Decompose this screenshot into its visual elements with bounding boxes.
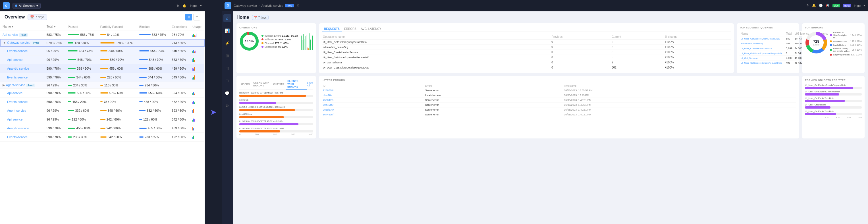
child-service-name[interactable]: Analytic-service: [3, 67, 29, 70]
table-row[interactable]: Events-service 590 / 78% 344 / 60% 228 /…: [0, 73, 204, 82]
top-avg-card: TOP AVG OBJECTS PER TYPE UI_User_GetExpl…: [802, 76, 865, 138]
client-bar-label: unknown: [239, 99, 313, 101]
sidebar-chart-icon[interactable]: 📊: [223, 27, 231, 35]
table-row[interactable]: Api-service 590 / 78% 556 / 60% 576 / 60…: [0, 89, 204, 97]
error-row[interactable]: 1256778tServer error06/08/2023, 15:55:57…: [322, 88, 796, 93]
blocked-label: Blocked: [265, 42, 274, 44]
child-service-name[interactable]: Api-service: [3, 91, 23, 95]
request-row[interactable]: UI_User_GetExploreQueryDetailsData02+100…: [322, 39, 731, 44]
sidebar-box-icon[interactable]: □: [223, 77, 231, 85]
child-service-name[interactable]: Events-service: [3, 100, 28, 103]
bell-icon[interactable]: 🔔: [812, 4, 816, 7]
beta-badge: Beta: [843, 4, 851, 7]
table-row[interactable]: Api-service 96 / 29% 548 / 70% 580 / 70%…: [0, 56, 204, 64]
calendar-icon: 📅: [254, 16, 257, 19]
ctab-users-errors[interactable]: USERS WITH ERRORS: [251, 81, 272, 88]
child-service-name[interactable]: Analytic-service: [3, 127, 29, 130]
right-user-name: Inigo: [854, 4, 861, 7]
service-selector[interactable]: All Services ▾: [12, 3, 41, 9]
home-title: Home: [237, 15, 249, 20]
request-row[interactable]: adminView_deleteOrg03+100%: [322, 44, 731, 50]
right-sidebar: ⌂ 📊 ⚡ ⊞ ◫ □ 💬 ⚙: [222, 11, 233, 224]
ctab-clients[interactable]: CLIENTS: [272, 82, 286, 87]
breadcrumb-separator: ›: [259, 4, 260, 7]
overview-table-container: Name ▾ Total ▾ Passed Partially Passed B…: [0, 23, 205, 224]
request-row[interactable]: UI_Get_Schema09+100%: [322, 60, 731, 65]
sidebar-gear-icon[interactable]: ⚙: [223, 102, 231, 110]
show-all-link[interactable]: Show All: [307, 81, 313, 87]
prod-badge: Prod: [32, 41, 40, 44]
tab-errors[interactable]: ERRORS: [342, 26, 359, 32]
notification-icon[interactable]: 📢: [826, 4, 830, 7]
selector-dot: [15, 5, 17, 7]
child-service-name[interactable]: Events-service: [3, 135, 28, 139]
child-service-name[interactable]: Agent-service: [3, 109, 26, 112]
user-chevron-icon[interactable]: ▾: [864, 4, 865, 7]
top-slowest-card: TOP SLOWEST QUERIES Name Total p95 laten…: [737, 23, 799, 73]
service-name[interactable]: Api-service: [3, 33, 18, 36]
tab-requests[interactable]: REQUESTS: [322, 26, 342, 32]
settings-icon[interactable]: ⚙: [297, 4, 300, 7]
breadcrumb-part1[interactable]: Gateway-service: [234, 4, 257, 7]
days-badge[interactable]: 📅 7 days: [28, 14, 47, 20]
agent-group-row[interactable]: ▶Agent-serviceProd 96 / 29% 234 / 30% 11…: [0, 82, 204, 89]
ctab-users[interactable]: USERS: [239, 82, 251, 87]
refresh-icon[interactable]: ↻: [807, 4, 809, 7]
child-service-name[interactable]: Events-service: [3, 49, 28, 53]
table-row[interactable]: Api-serviceProd 583 / 75% 583 / 75% 84 /…: [0, 30, 204, 39]
sidebar-message-icon[interactable]: 💬: [223, 89, 231, 97]
analytic-row[interactable]: Analytic-service 590 / 78% 388 / 60% 456…: [0, 64, 204, 73]
bell-icon[interactable]: 🔔: [183, 4, 186, 8]
child-service-name[interactable]: Api-service: [3, 58, 23, 61]
table-row[interactable]: Analytic-service 590 / 78% 455 / 60% 242…: [0, 124, 204, 133]
child-service-name[interactable]: Api-service: [3, 118, 23, 121]
breadcrumb-part2[interactable]: Analytic-service: [261, 4, 283, 7]
list-view-icon[interactable]: ☰: [193, 14, 200, 21]
table-row[interactable]: Api-service 96 / 29% 122 / 60% 242 / 60%…: [0, 115, 204, 124]
top-errors-card: TOP ERRORS 72: [802, 23, 865, 73]
error-row[interactable]: 4566ftmsServer error06/08/2023, 1:40:51 …: [322, 98, 796, 103]
table-row[interactable]: Agent-service 96 / 29% 332 / 60% 348 / 6…: [0, 106, 204, 115]
right-logo: Q: [224, 2, 231, 9]
request-row[interactable]: UI_User_GetExploreDetailsRequestData0302…: [322, 65, 731, 70]
sidebar-grid-icon[interactable]: ⊞: [223, 52, 231, 60]
sidebar-layers-icon[interactable]: ◫: [223, 64, 231, 72]
table-row[interactable]: Events-service 96 / 29% 654 / 73% 340 / …: [0, 46, 204, 56]
home-days-label: 7 days: [258, 16, 266, 19]
error-row[interactable]: 9e5de7c7Server error06/08/2023, 1:40:51 …: [322, 107, 796, 112]
sidebar-home-icon[interactable]: ⌂: [223, 14, 231, 22]
gateway-service-name[interactable]: Gateway-service: [7, 41, 30, 44]
app-logo: Q: [3, 2, 10, 9]
errors-donut-label: Errors: [813, 43, 819, 46]
clock-icon[interactable]: 🕐: [819, 4, 823, 7]
top-slowest-title: TOP SLOWEST QUERIES: [740, 26, 796, 29]
ctab-clients-errors[interactable]: CLIENTS WITH ERRORS: [286, 79, 307, 90]
error-row[interactable]: 86445c5fServer error06/08/2023, 1:40:51 …: [322, 112, 796, 117]
col-current: Current: [611, 34, 664, 39]
tab-avg-latency[interactable]: AVG. LATENCY: [359, 26, 383, 32]
main-content: Home 📅 7 days OPERATIONS: [233, 11, 868, 224]
with-errors-dot: [261, 38, 264, 40]
home-header: Home 📅 7 days: [237, 15, 865, 20]
grid-view-icon[interactable]: ⊞: [185, 14, 192, 21]
expand-icon[interactable]: ▼: [3, 41, 6, 44]
error-row[interactable]: 50445c5fServer error06/08/2023, 1:40:51 …: [322, 103, 796, 107]
expand-icon[interactable]: ▶: [3, 83, 5, 87]
request-row[interactable]: UI_User_GetHomeExpensiveRequestsD...05+1…: [322, 55, 731, 60]
refresh-icon[interactable]: ↻: [177, 4, 179, 8]
agent-service-name[interactable]: Agent-service: [6, 83, 25, 87]
child-service-name[interactable]: Events-service: [3, 75, 28, 79]
home-days-badge[interactable]: 📅 7 days: [252, 15, 268, 20]
latest-errors-table: ID Errors Timestamp 1256778tServer error…: [322, 84, 796, 117]
sidebar-activity-icon[interactable]: ⚡: [223, 39, 231, 47]
error-row[interactable]: dfier78aInvalid access06/08/2023, 12:43 …: [322, 93, 796, 98]
blocked-dot: [261, 42, 264, 44]
user-chevron-icon[interactable]: ▾: [200, 4, 202, 8]
table-row[interactable]: Events-service 590 / 78% 233 / 35% 342 /…: [0, 133, 204, 141]
gateway-group-row[interactable]: ▼Gateway-serviceProd 5798 / 78% 120 / 30…: [0, 39, 204, 46]
table-row[interactable]: Events-service 590 / 78% 458 / 20% 78 / …: [0, 97, 204, 106]
blocked-value: 170 / 1.05%: [275, 42, 288, 44]
col-op-name: Operations name: [322, 34, 550, 39]
with-errors-value: 548 / 3.5%: [279, 38, 291, 41]
request-row[interactable]: UI_User_CreateHostedService08+100%: [322, 50, 731, 55]
